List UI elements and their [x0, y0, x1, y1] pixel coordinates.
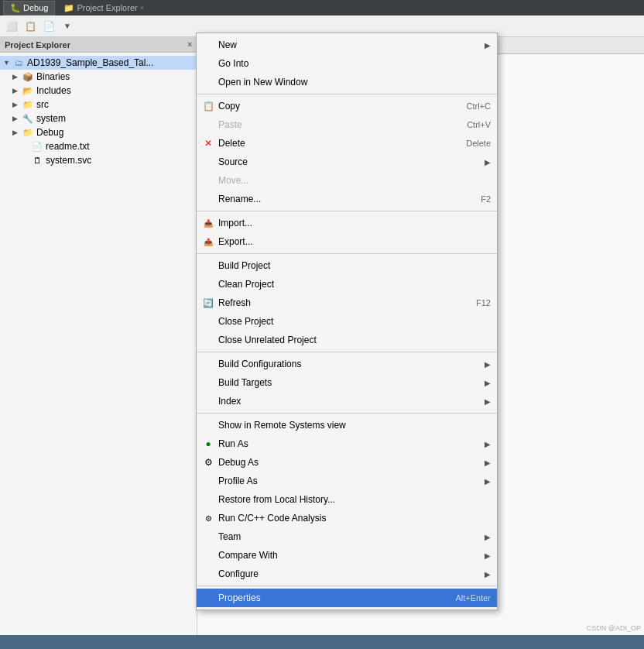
- menu-item-rename[interactable]: Rename... F2: [197, 190, 497, 208]
- debug-icon: 🐛: [10, 3, 21, 13]
- run-as-icon: ●: [201, 437, 215, 451]
- status-bar: [0, 635, 644, 649]
- src-icon: 📁: [22, 98, 34, 111]
- tree-item-project[interactable]: ▼ 🗂 AD1939_Sample_Based_Tal...: [0, 56, 197, 70]
- menu-item-gointo[interactable]: Go Into: [197, 54, 497, 73]
- build-config-arrow: ▶: [485, 360, 491, 369]
- menu-item-run-cpp[interactable]: ⚙ Run C/C++ Code Analysis: [197, 509, 497, 527]
- src-arrow: ▶: [12, 101, 22, 108]
- build-targets-label: Build Targets: [218, 377, 272, 388]
- paste-label: Paste: [218, 119, 242, 130]
- open-new-window-label: Open in New Window: [218, 77, 307, 88]
- compare-with-label: Compare With: [218, 550, 278, 561]
- debug-as-icon: ⚙: [201, 455, 215, 469]
- ide-container: 🐛 Debug 📁 Project Explorer × ⬜ 📋 📄 ▼ Pro…: [0, 0, 644, 649]
- menu-item-show-remote[interactable]: Show in Remote Systems view: [197, 416, 497, 434]
- includes-arrow: ▶: [12, 87, 22, 94]
- properties-shortcut: Alt+Enter: [455, 593, 491, 603]
- import-label: Import...: [218, 218, 252, 228]
- paste-shortcut: Ctrl+V: [467, 120, 491, 129]
- context-menu: New ▶ Go Into Open in New Window 📋 Copy …: [196, 33, 498, 610]
- team-label: Team: [218, 531, 241, 542]
- separator-4: [197, 352, 497, 352]
- menu-item-build-configurations[interactable]: Build Configurations ▶: [197, 355, 497, 373]
- debug-folder-arrow: ▶: [12, 129, 22, 136]
- refresh-icon: 🔄: [201, 296, 215, 310]
- build-project-label: Build Project: [218, 260, 270, 271]
- menu-item-source[interactable]: Source ▶: [197, 153, 497, 171]
- menu-item-close-project[interactable]: Close Project: [197, 312, 497, 331]
- menu-item-configure[interactable]: Configure ▶: [197, 565, 497, 583]
- menu-item-copy[interactable]: 📋 Copy Ctrl+C: [197, 97, 497, 115]
- index-label: Index: [218, 396, 241, 407]
- perspective-tab-explorer[interactable]: 📁 Project Explorer ×: [57, 1, 151, 15]
- profile-as-arrow: ▶: [485, 477, 491, 486]
- run-cpp-icon: ⚙: [201, 511, 215, 525]
- menu-item-export[interactable]: 📤 Export...: [197, 232, 497, 251]
- perspective-explorer-close[interactable]: ×: [140, 4, 144, 12]
- tree-item-binaries[interactable]: ▶ 📦 Binaries: [0, 70, 197, 84]
- configure-arrow: ▶: [485, 570, 491, 579]
- show-remote-label: Show in Remote Systems view: [218, 420, 346, 431]
- delete-icon: ✕: [201, 136, 215, 150]
- menu-item-run-as[interactable]: ● Run As ▶: [197, 434, 497, 453]
- delete-shortcut: Delete: [466, 139, 491, 148]
- debug-as-arrow: ▶: [485, 458, 491, 467]
- watermark: CSDN @ADI_OP: [587, 624, 641, 632]
- menu-item-build-targets[interactable]: Build Targets ▶: [197, 373, 497, 392]
- tree-item-readme[interactable]: 📄 readme.txt: [0, 139, 197, 153]
- tree-item-includes[interactable]: ▶ 📂 Includes: [0, 84, 197, 98]
- separator-2: [197, 211, 497, 211]
- delete-label: Delete: [218, 138, 245, 149]
- tree-item-src[interactable]: ▶ 📁 src: [0, 98, 197, 112]
- profile-as-label: Profile As: [218, 476, 258, 486]
- includes-label: Includes: [36, 85, 71, 96]
- binaries-arrow: ▶: [12, 73, 22, 81]
- menu-item-move: Move...: [197, 171, 497, 190]
- menu-item-restore-history[interactable]: Restore from Local History...: [197, 490, 497, 509]
- menu-item-team[interactable]: Team ▶: [197, 527, 497, 546]
- compare-with-arrow: ▶: [485, 551, 491, 560]
- debug-folder-icon: 📁: [22, 126, 34, 139]
- perspective-bar: 🐛 Debug 📁 Project Explorer ×: [0, 0, 644, 15]
- panel-close-btn[interactable]: ×: [187, 40, 192, 49]
- readme-label: readme.txt: [46, 141, 90, 152]
- menu-item-open-new-window[interactable]: Open in New Window: [197, 73, 497, 91]
- source-submenu-arrow: ▶: [485, 158, 491, 167]
- menu-item-new[interactable]: New ▶: [197, 36, 497, 54]
- menu-item-delete[interactable]: ✕ Delete Delete: [197, 134, 497, 153]
- menu-item-profile-as[interactable]: Profile As ▶: [197, 472, 497, 490]
- menu-item-close-unrelated[interactable]: Close Unrelated Project: [197, 331, 497, 349]
- separator-1: [197, 94, 497, 94]
- toolbar-btn-3[interactable]: 📄: [40, 18, 57, 35]
- menu-item-refresh[interactable]: 🔄 Refresh F12: [197, 294, 497, 312]
- menu-item-clean-project[interactable]: Clean Project: [197, 275, 497, 294]
- paste-icon: [201, 118, 215, 132]
- tree-item-system[interactable]: ▶ 🔧 system: [0, 112, 197, 125]
- menu-item-build-project[interactable]: Build Project: [197, 256, 497, 275]
- toolbar-btn-1[interactable]: ⬜: [3, 18, 20, 35]
- perspective-debug-label: Debug: [23, 3, 48, 12]
- menu-item-properties[interactable]: Properties Alt+Enter: [197, 589, 497, 607]
- system-icon: 🔧: [22, 112, 34, 125]
- menu-item-import[interactable]: 📥 Import...: [197, 214, 497, 232]
- toolbar-btn-2[interactable]: 📋: [22, 18, 39, 35]
- source-label: Source: [218, 156, 248, 167]
- menu-item-debug-as[interactable]: ⚙ Debug As ▶: [197, 453, 497, 472]
- configure-label: Configure: [218, 568, 259, 579]
- perspective-tab-debug[interactable]: 🐛 Debug: [3, 1, 55, 15]
- separator-3: [197, 253, 497, 254]
- copy-label: Copy: [218, 101, 240, 112]
- panel-title-bar: Project Explorer ×: [0, 37, 197, 53]
- debug-folder-label: Debug: [36, 127, 63, 138]
- import-icon: 📥: [201, 216, 215, 230]
- debug-as-label: Debug As: [218, 457, 259, 468]
- tree-item-svc[interactable]: 🗒 system.svc: [0, 153, 197, 167]
- menu-item-index[interactable]: Index ▶: [197, 392, 497, 410]
- folder-icon: 📁: [63, 3, 74, 13]
- toolbar-dropdown-btn[interactable]: ▼: [59, 18, 76, 35]
- menu-item-paste: Paste Ctrl+V: [197, 115, 497, 134]
- tree-item-debug[interactable]: ▶ 📁 Debug: [0, 125, 197, 139]
- menu-item-compare-with[interactable]: Compare With ▶: [197, 546, 497, 565]
- refresh-shortcut: F12: [476, 298, 491, 307]
